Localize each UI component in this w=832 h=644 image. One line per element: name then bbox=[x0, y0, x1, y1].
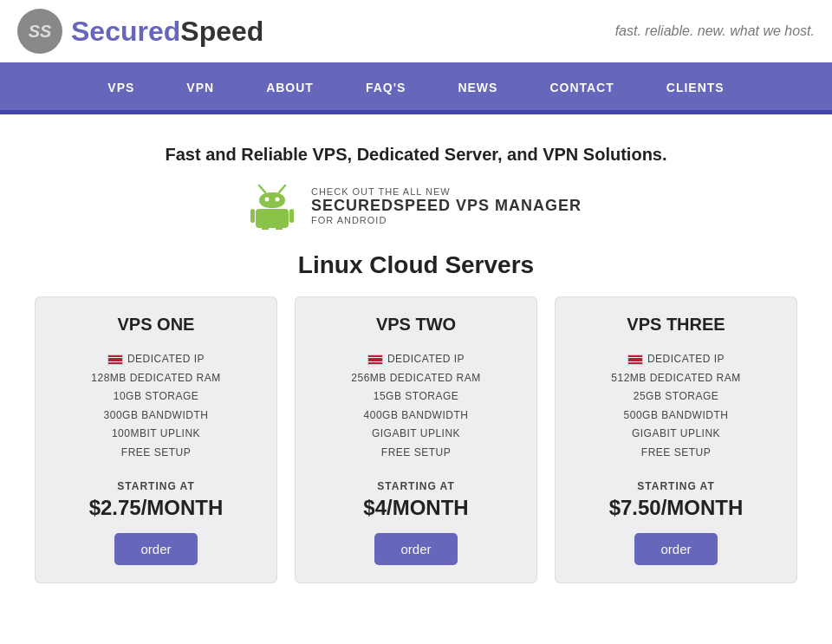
feature-dedicated-ip: DEDICATED IP bbox=[49, 350, 263, 369]
price-1: $2.75/MONTH bbox=[49, 496, 263, 520]
svg-rect-8 bbox=[262, 226, 269, 230]
feature-ram-3: 512MB DEDICATED RAM bbox=[569, 369, 783, 388]
price-2: $4/MONTH bbox=[309, 496, 523, 520]
android-promo-text: CHECK OUT THE ALL NEW SECUREDSPEED VPS M… bbox=[311, 186, 582, 225]
nav-item-about[interactable]: ABOUT bbox=[240, 65, 340, 110]
main-content: Fast and Reliable VPS, Dedicated Server,… bbox=[0, 114, 832, 618]
logo-speed: Speed bbox=[180, 16, 263, 47]
feature-ram: 128MB DEDICATED RAM bbox=[49, 369, 263, 388]
svg-line-1 bbox=[279, 185, 285, 192]
nav-item-contact[interactable]: CONTACT bbox=[523, 65, 640, 110]
order-button-1[interactable]: order bbox=[114, 533, 197, 565]
feature-bandwidth-3: 500GB BANDWIDTH bbox=[569, 407, 783, 426]
android-app-name: SECUREDSPEED VPS MANAGER bbox=[311, 197, 582, 215]
logo-secured: Secured bbox=[71, 16, 180, 47]
starting-at-label-3: STARTING AT bbox=[569, 480, 783, 492]
cards-container: VPS ONE DEDICATED IP 128MB DEDICATED RAM… bbox=[26, 296, 806, 583]
card-vps-three-features: DEDICATED IP 512MB DEDICATED RAM 25GB ST… bbox=[569, 350, 783, 463]
card-vps-one-title: VPS ONE bbox=[49, 315, 263, 335]
svg-rect-5 bbox=[256, 209, 289, 228]
svg-rect-7 bbox=[289, 209, 294, 223]
nav-item-news[interactable]: NEWS bbox=[432, 65, 523, 110]
nav-item-faqs[interactable]: FAQ'S bbox=[340, 65, 432, 110]
feature-storage-3: 25GB STORAGE bbox=[569, 387, 783, 407]
feature-dedicated-ip-2: DEDICATED IP bbox=[309, 350, 523, 369]
feature-ram-2: 256MB DEDICATED RAM bbox=[309, 369, 523, 388]
flag-icon-2 bbox=[367, 355, 383, 365]
card-vps-two: VPS TWO DEDICATED IP 256MB DEDICATED RAM… bbox=[295, 296, 537, 583]
svg-point-4 bbox=[275, 198, 279, 202]
nav-item-vps[interactable]: VPS bbox=[81, 65, 160, 110]
android-for-android: FOR ANDROID bbox=[311, 215, 582, 225]
header-tagline: fast. reliable. new. what we host. bbox=[615, 23, 815, 39]
svg-rect-6 bbox=[250, 209, 255, 223]
feature-uplink: 100Mbit UPLINK bbox=[49, 425, 263, 444]
logo-icon: SS bbox=[17, 9, 62, 54]
feature-dedicated-ip-3: DEDICATED IP bbox=[569, 350, 783, 369]
price-3: $7.50/MONTH bbox=[569, 496, 783, 520]
starting-at-label-2: STARTING AT bbox=[309, 480, 523, 492]
android-icon bbox=[250, 182, 294, 230]
card-vps-three-title: VPS THREE bbox=[569, 315, 783, 335]
section-title: Linux Cloud Servers bbox=[26, 251, 806, 279]
feature-setup-3: FREE SETUP bbox=[569, 444, 783, 463]
svg-point-3 bbox=[264, 198, 269, 202]
card-vps-three: VPS THREE DEDICATED IP 512MB DEDICATED R… bbox=[555, 296, 797, 583]
page-header: SS SecuredSpeed fast. reliable. new. wha… bbox=[0, 0, 832, 65]
android-check-out: CHECK OUT THE ALL NEW bbox=[311, 186, 582, 197]
feature-setup-2: FREE SETUP bbox=[309, 444, 523, 463]
nav-item-vpn[interactable]: VPN bbox=[160, 65, 240, 110]
order-button-2[interactable]: order bbox=[374, 533, 457, 565]
navbar: VPS VPN ABOUT FAQ'S NEWS CONTACT CLIENTS bbox=[0, 65, 832, 110]
feature-storage-2: 15GB STORAGE bbox=[309, 387, 523, 407]
feature-uplink-2: GIGABIT UPLINK bbox=[309, 425, 523, 444]
feature-bandwidth: 300GB BANDWIDTH bbox=[49, 407, 263, 426]
feature-setup: FREE SETUP bbox=[49, 444, 263, 463]
card-vps-one: VPS ONE DEDICATED IP 128MB DEDICATED RAM… bbox=[35, 296, 277, 583]
starting-at-label-1: STARTING AT bbox=[49, 480, 263, 492]
svg-rect-2 bbox=[259, 192, 285, 208]
main-tagline: Fast and Reliable VPS, Dedicated Server,… bbox=[26, 145, 806, 165]
order-button-3[interactable]: order bbox=[634, 533, 717, 565]
feature-bandwidth-2: 400GB BANDWIDTH bbox=[309, 407, 523, 426]
feature-storage: 10GB STORAGE bbox=[49, 387, 263, 407]
nav-item-clients[interactable]: CLIENTS bbox=[640, 65, 751, 110]
svg-rect-9 bbox=[276, 226, 283, 230]
card-vps-two-title: VPS TWO bbox=[309, 315, 523, 335]
flag-icon bbox=[107, 355, 123, 365]
flag-icon-3 bbox=[627, 355, 643, 365]
card-vps-one-features: DEDICATED IP 128MB DEDICATED RAM 10GB ST… bbox=[49, 350, 263, 463]
card-vps-two-features: DEDICATED IP 256MB DEDICATED RAM 15GB ST… bbox=[309, 350, 523, 463]
logo-text: SecuredSpeed bbox=[71, 16, 263, 48]
android-promo: CHECK OUT THE ALL NEW SECUREDSPEED VPS M… bbox=[26, 182, 806, 230]
svg-line-0 bbox=[259, 185, 265, 192]
feature-uplink-3: GIGABIT UPLINK bbox=[569, 425, 783, 444]
logo-area: SS SecuredSpeed bbox=[17, 9, 263, 54]
